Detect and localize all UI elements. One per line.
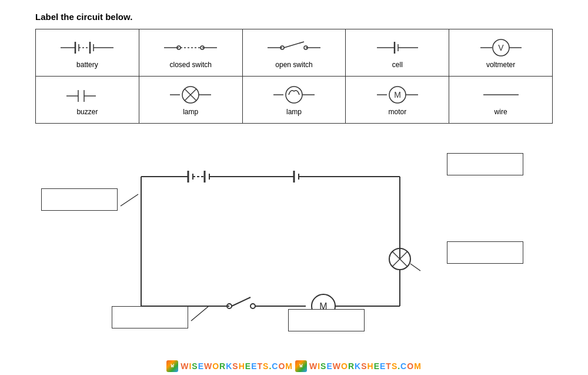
svg-line-67 <box>121 194 138 206</box>
circuit-diagram: M <box>35 141 553 336</box>
label-box-right-middle <box>447 241 523 264</box>
buzzer-label: buzzer <box>76 108 98 116</box>
svg-point-60 <box>250 304 255 308</box>
watermark-logo-right: W <box>295 360 307 372</box>
voltmeter-label: voltmeter <box>486 61 515 69</box>
label-box-bottom-center <box>288 309 365 331</box>
watermark-text-right: WISEWORKSHEETS.COM <box>309 361 422 371</box>
symbol-battery: battery <box>39 37 135 69</box>
watermark-logo-left: W <box>166 360 178 372</box>
symbol-voltmeter: V voltmeter <box>453 37 549 69</box>
cell-label: cell <box>392 61 403 69</box>
svg-line-61 <box>232 297 250 306</box>
symbol-wire: wire <box>453 84 549 116</box>
closed-switch-label: closed switch <box>170 61 212 69</box>
symbol-motor: M motor <box>349 84 445 116</box>
battery-label: battery <box>76 61 98 69</box>
symbol-closed-switch: closed switch <box>143 37 239 69</box>
svg-line-68 <box>191 306 209 321</box>
wire-label: wire <box>495 108 507 116</box>
svg-point-35 <box>286 87 302 103</box>
svg-text:M: M <box>394 90 401 99</box>
label-box-top-right <box>447 153 523 175</box>
page-instruction: Label the circuit below. <box>35 12 553 22</box>
symbol-reference-table: battery closed switch <box>35 29 553 124</box>
symbol-cell: cell <box>349 37 445 69</box>
motor-label: motor <box>388 108 406 116</box>
label-box-bottom-left <box>112 306 188 328</box>
lamp-cross-label: lamp <box>183 108 198 116</box>
symbol-lamp-cross: lamp <box>143 84 239 116</box>
svg-line-70 <box>410 264 420 271</box>
svg-line-15 <box>284 42 304 48</box>
watermark: W WISEWORKSHEETS.COM W WISEWORKSHEETS.CO… <box>0 357 588 375</box>
open-switch-label: open switch <box>275 61 312 69</box>
svg-text:V: V <box>498 43 504 52</box>
symbol-open-switch: open switch <box>246 37 342 69</box>
watermark-text-left: WISEWORKSHEETS.COM <box>181 361 293 371</box>
label-box-top-left <box>41 188 118 211</box>
symbol-lamp-loop: lamp <box>246 84 342 116</box>
lamp-loop-label: lamp <box>286 108 302 116</box>
symbol-buzzer: buzzer <box>39 84 135 116</box>
